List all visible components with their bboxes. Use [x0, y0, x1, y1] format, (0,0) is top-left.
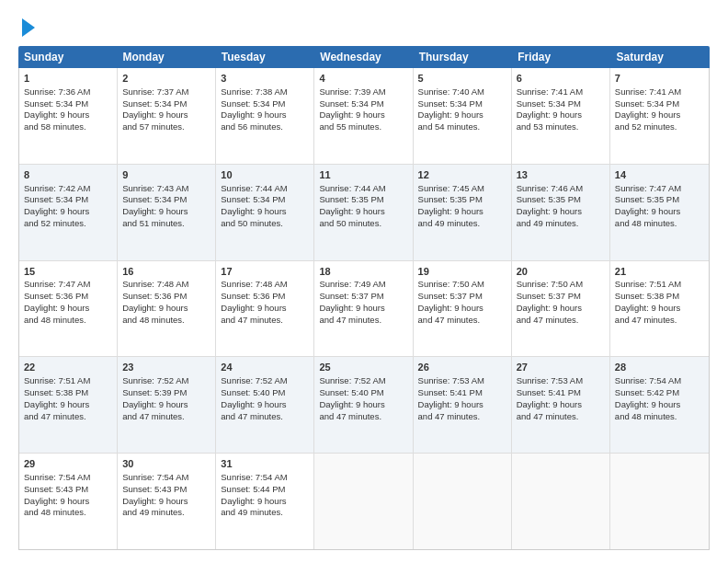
day-detail: Sunset: 5:35 PM — [319, 194, 407, 206]
day-detail: and 47 minutes. — [418, 315, 506, 327]
day-detail: Sunrise: 7:47 AM — [615, 183, 704, 195]
day-detail: Sunrise: 7:40 AM — [418, 86, 506, 98]
day-detail: and 54 minutes. — [418, 121, 506, 133]
day-detail: Sunset: 5:35 PM — [418, 194, 506, 206]
day-detail: and 49 minutes. — [517, 218, 605, 230]
day-detail: and 49 minutes. — [418, 218, 506, 230]
day-number: 12 — [418, 168, 506, 182]
header-day-thursday: Thursday — [414, 46, 512, 68]
day-detail: Sunrise: 7:51 AM — [24, 375, 112, 387]
day-detail: Daylight: 9 hours — [122, 303, 210, 315]
day-detail: Sunrise: 7:46 AM — [517, 183, 605, 195]
day-detail: Daylight: 9 hours — [24, 399, 112, 411]
day-detail: Sunset: 5:36 PM — [24, 291, 112, 303]
day-detail: Sunrise: 7:48 AM — [122, 279, 210, 291]
day-detail: and 48 minutes. — [615, 411, 704, 423]
day-detail: Sunset: 5:34 PM — [122, 194, 210, 206]
day-detail: Sunset: 5:40 PM — [319, 387, 407, 399]
day-detail: and 47 minutes. — [319, 411, 407, 423]
day-detail: and 52 minutes. — [615, 121, 704, 133]
logo-arrow-icon — [22, 18, 35, 37]
day-detail: Daylight: 9 hours — [418, 399, 506, 411]
calendar-day-16: 16Sunrise: 7:48 AMSunset: 5:36 PMDayligh… — [118, 261, 216, 357]
day-detail: Sunrise: 7:38 AM — [221, 86, 309, 98]
day-detail: Daylight: 9 hours — [615, 399, 704, 411]
calendar-day-11: 11Sunrise: 7:44 AMSunset: 5:35 PMDayligh… — [314, 165, 413, 260]
day-detail: Sunset: 5:35 PM — [615, 194, 704, 206]
calendar-empty-cell — [414, 454, 512, 549]
page: SundayMondayTuesdayWednesdayThursdayFrid… — [0, 0, 728, 563]
day-number: 10 — [221, 168, 309, 182]
day-detail: Daylight: 9 hours — [319, 399, 407, 411]
calendar-day-19: 19Sunrise: 7:50 AMSunset: 5:37 PMDayligh… — [414, 261, 512, 357]
calendar-day-27: 27Sunrise: 7:53 AMSunset: 5:41 PMDayligh… — [512, 357, 610, 453]
day-detail: Sunset: 5:36 PM — [221, 291, 309, 303]
day-detail: and 57 minutes. — [122, 121, 210, 133]
calendar-day-17: 17Sunrise: 7:48 AMSunset: 5:36 PMDayligh… — [216, 261, 314, 357]
day-detail: Sunrise: 7:54 AM — [24, 472, 112, 484]
calendar-day-22: 22Sunrise: 7:51 AMSunset: 5:38 PMDayligh… — [19, 357, 118, 453]
day-number: 13 — [517, 168, 605, 182]
day-detail: Sunset: 5:34 PM — [615, 98, 704, 110]
day-detail: Sunrise: 7:47 AM — [24, 279, 112, 291]
day-number: 9 — [122, 168, 210, 182]
day-detail: and 48 minutes. — [122, 315, 210, 327]
day-number: 3 — [221, 72, 309, 86]
day-number: 24 — [221, 361, 309, 374]
calendar-empty-cell — [314, 454, 413, 549]
day-detail: Daylight: 9 hours — [615, 206, 704, 218]
day-detail: Daylight: 9 hours — [122, 496, 210, 508]
day-number: 15 — [24, 265, 112, 279]
calendar-day-21: 21Sunrise: 7:51 AMSunset: 5:38 PMDayligh… — [610, 261, 709, 357]
day-number: 25 — [319, 361, 407, 374]
calendar-day-1: 1Sunrise: 7:36 AMSunset: 5:34 PMDaylight… — [19, 68, 118, 164]
day-detail: Sunrise: 7:51 AM — [615, 279, 704, 291]
day-detail: Daylight: 9 hours — [24, 303, 112, 315]
day-detail: and 47 minutes. — [221, 315, 309, 327]
calendar: SundayMondayTuesdayWednesdayThursdayFrid… — [18, 46, 710, 550]
day-detail: and 47 minutes. — [319, 315, 407, 327]
day-detail: Sunset: 5:42 PM — [615, 387, 704, 399]
day-detail: Sunset: 5:44 PM — [221, 484, 309, 496]
calendar-empty-cell — [512, 454, 610, 549]
day-detail: Sunset: 5:34 PM — [122, 98, 210, 110]
calendar-day-15: 15Sunrise: 7:47 AMSunset: 5:36 PMDayligh… — [19, 261, 118, 357]
calendar-day-2: 2Sunrise: 7:37 AMSunset: 5:34 PMDaylight… — [118, 68, 216, 164]
day-detail: Sunrise: 7:53 AM — [517, 375, 605, 387]
day-detail: Sunrise: 7:37 AM — [122, 86, 210, 98]
calendar-day-18: 18Sunrise: 7:49 AMSunset: 5:37 PMDayligh… — [314, 261, 413, 357]
day-detail: Sunrise: 7:52 AM — [319, 375, 407, 387]
day-detail: Sunset: 5:43 PM — [24, 484, 112, 496]
day-detail: Sunset: 5:35 PM — [517, 194, 605, 206]
day-detail: Daylight: 9 hours — [418, 206, 506, 218]
day-detail: and 50 minutes. — [319, 218, 407, 230]
day-number: 8 — [24, 168, 112, 182]
day-detail: Daylight: 9 hours — [122, 399, 210, 411]
day-detail: Sunset: 5:34 PM — [517, 98, 605, 110]
day-detail: Sunrise: 7:52 AM — [221, 375, 309, 387]
day-detail: and 47 minutes. — [615, 315, 704, 327]
day-detail: Daylight: 9 hours — [517, 399, 605, 411]
day-detail: and 47 minutes. — [517, 411, 605, 423]
header-day-monday: Monday — [117, 46, 215, 68]
day-number: 27 — [517, 361, 605, 374]
day-detail: Sunrise: 7:53 AM — [418, 375, 506, 387]
day-detail: and 47 minutes. — [221, 411, 309, 423]
day-detail: and 51 minutes. — [122, 218, 210, 230]
day-detail: and 47 minutes. — [122, 411, 210, 423]
day-number: 17 — [221, 265, 309, 279]
calendar-day-3: 3Sunrise: 7:38 AMSunset: 5:34 PMDaylight… — [216, 68, 314, 164]
day-detail: Sunset: 5:40 PM — [221, 387, 309, 399]
day-detail: Daylight: 9 hours — [221, 399, 309, 411]
day-detail: Sunrise: 7:50 AM — [418, 279, 506, 291]
day-detail: Sunrise: 7:49 AM — [319, 279, 407, 291]
calendar-day-4: 4Sunrise: 7:39 AMSunset: 5:34 PMDaylight… — [314, 68, 413, 164]
logo — [18, 20, 35, 37]
calendar-day-14: 14Sunrise: 7:47 AMSunset: 5:35 PMDayligh… — [610, 165, 709, 260]
day-detail: Daylight: 9 hours — [221, 303, 309, 315]
day-detail: Daylight: 9 hours — [122, 109, 210, 121]
day-detail: Daylight: 9 hours — [418, 109, 506, 121]
day-detail: Sunrise: 7:54 AM — [122, 472, 210, 484]
day-number: 16 — [122, 265, 210, 279]
day-detail: Daylight: 9 hours — [418, 303, 506, 315]
